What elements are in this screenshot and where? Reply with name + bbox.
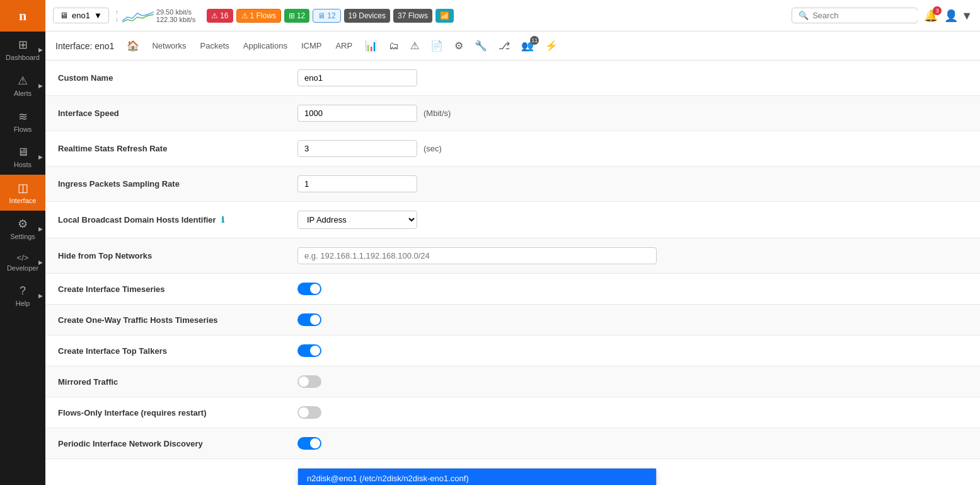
row-top-talkers: Create Interface Top Talkers: [45, 336, 980, 366]
value-flows-only: [285, 397, 980, 428]
chevron-icon: ▶: [38, 293, 43, 299]
label-custom-name: Custom Name: [45, 61, 285, 96]
label-broadcast-domain: Local Broadcast Domain Hosts Identifier …: [45, 202, 285, 238]
flows-only-toggle[interactable]: [297, 406, 321, 419]
nav-icmp-button[interactable]: ICMP: [295, 37, 328, 54]
search-input[interactable]: [812, 11, 918, 20]
chevron-icon: ▶: [38, 83, 43, 89]
interface-icon: ◫: [18, 181, 28, 195]
blue-badge[interactable]: 🖥 12: [313, 9, 340, 23]
sidebar-item-settings[interactable]: ⚙ Settings ▶: [0, 211, 45, 247]
interface-title: Interface: eno1: [55, 41, 114, 51]
value-mirrored-traffic: [285, 366, 980, 397]
traffic-values: 29.50 kbit/s 122.30 kbit/s: [156, 8, 195, 23]
nav-applications-button[interactable]: Applications: [237, 37, 294, 54]
notification-count: 3: [933, 6, 942, 15]
row-flows-only: Flows-Only Interface (requires restart): [45, 397, 980, 428]
flows-alert-badge[interactable]: ⚠ 1 Flows: [236, 9, 281, 23]
nav-alert-button[interactable]: ⚠: [405, 36, 424, 56]
sidebar-label-settings: Settings: [10, 233, 35, 240]
value-traffic-recording: n2disk@eno1 (/etc/n2disk/n2disk-eno1.con…: [285, 459, 980, 486]
teal-badge[interactable]: 📶: [435, 9, 454, 23]
nav-doc-button[interactable]: 📄: [425, 36, 448, 56]
row-broadcast-domain: Local Broadcast Domain Hosts Identifier …: [45, 202, 980, 238]
value-one-way-hosts: [285, 305, 980, 336]
row-realtime-refresh: Realtime Stats Refresh Rate (sec): [45, 131, 980, 167]
top-talkers-toggle[interactable]: [297, 344, 321, 357]
alert-badge[interactable]: ⚠ 16: [207, 9, 233, 23]
green-badge[interactable]: ⊞ 12: [284, 9, 309, 23]
value-hide-networks: [285, 238, 980, 274]
nav-branch-button[interactable]: ⎇: [493, 36, 515, 56]
sidebar-item-dashboard[interactable]: ⊞ Dashboard ▶: [0, 32, 45, 67]
label-hide-networks: Hide from Top Networks: [45, 238, 285, 274]
realtime-refresh-input[interactable]: [297, 140, 417, 157]
create-timeseries-toggle[interactable]: [297, 283, 321, 295]
one-way-hosts-toggle[interactable]: [297, 313, 321, 326]
label-mirrored-traffic: Mirrored Traffic: [45, 366, 285, 397]
speed-unit: (Mbit/s): [424, 108, 451, 118]
label-network-discovery: Periodic Interface Network Discovery: [45, 428, 285, 459]
nav-arp-button[interactable]: ARP: [329, 37, 359, 54]
custom-name-input[interactable]: [297, 69, 417, 86]
sidebar-item-hosts[interactable]: 🖥 Hosts ▶: [0, 139, 45, 175]
mirrored-traffic-toggle[interactable]: [297, 375, 321, 388]
search-box[interactable]: 🔍: [792, 8, 918, 23]
traffic-up: 29.50 kbit/s: [156, 8, 195, 16]
row-one-way-hosts: Create One-Way Traffic Hosts Timeseries: [45, 305, 980, 336]
flows-badge[interactable]: 37 Flows: [393, 9, 432, 23]
up-arrow: ↑: [115, 9, 118, 16]
sidebar-label-alerts: Alerts: [14, 90, 32, 97]
sidebar-item-interface[interactable]: ◫ Interface: [0, 175, 45, 211]
chevron-icon: ▶: [38, 226, 43, 232]
devices-badge[interactable]: 19 Devices: [344, 9, 390, 23]
label-create-timeseries: Create Interface Timeseries: [45, 274, 285, 305]
nav-layers-button[interactable]: 🗂: [384, 37, 404, 56]
topbar-right: 🔍 🔔 3 👤 ▼: [792, 8, 972, 23]
dropdown-option-n2disk[interactable]: n2disk@eno1 (/etc/n2disk/n2disk-eno1.con…: [298, 469, 656, 485]
nav-flash-button[interactable]: ⚡: [540, 36, 563, 56]
settings-content: Custom Name Interface Speed (Mbit/s): [45, 61, 980, 485]
flows-icon: ≋: [18, 110, 28, 124]
sidebar-item-alerts[interactable]: ⚠ Alerts ▶: [0, 67, 45, 103]
interface-nav: Interface: eno1 🏠 Networks Packets Appli…: [45, 32, 980, 61]
row-ingress-sampling: Ingress Packets Sampling Rate: [45, 167, 980, 202]
nav-users-button[interactable]: 👥 11: [516, 36, 539, 56]
hide-networks-input[interactable]: [297, 247, 657, 264]
developer-icon: </>: [17, 253, 29, 262]
value-top-talkers: [285, 336, 980, 366]
ingress-sampling-input[interactable]: [297, 175, 417, 192]
nav-gear-button[interactable]: ⚙: [449, 36, 468, 56]
label-traffic-recording: Traffic Recording Provider: [45, 459, 285, 486]
label-ingress-sampling: Ingress Packets Sampling Rate: [45, 167, 285, 202]
info-icon[interactable]: ℹ: [221, 215, 224, 225]
notification-button[interactable]: 🔔 3: [924, 9, 938, 23]
main-content: 🖥 eno1 ▼ ↑ ↓ 29.50 kbit/s 122.30 kbit/s …: [45, 0, 980, 485]
chevron-icon: ▶: [38, 154, 43, 160]
label-flows-only: Flows-Only Interface (requires restart): [45, 397, 285, 428]
chevron-icon: ▶: [38, 47, 43, 53]
network-discovery-toggle[interactable]: [297, 437, 321, 450]
nav-home-button[interactable]: 🏠: [122, 36, 144, 56]
user-menu-button[interactable]: 👤 ▼: [944, 9, 972, 23]
broadcast-domain-select[interactable]: IP Address MAC Address: [297, 211, 417, 229]
value-interface-speed: (Mbit/s): [285, 96, 980, 131]
interface-speed-input[interactable]: [297, 105, 417, 122]
app-logo[interactable]: n: [0, 0, 45, 32]
sidebar-item-flows[interactable]: ≋ Flows: [0, 103, 45, 139]
dropdown-arrow: ▼: [94, 11, 102, 20]
sidebar-item-developer[interactable]: </> Developer ▶: [0, 247, 45, 278]
nav-packets-button[interactable]: Packets: [194, 37, 236, 54]
value-create-timeseries: [285, 274, 980, 305]
value-realtime-refresh: (sec): [285, 131, 980, 167]
sidebar-label-developer: Developer: [7, 264, 38, 272]
sidebar-item-help[interactable]: ? Help ▶: [0, 278, 45, 313]
nav-networks-button[interactable]: Networks: [146, 37, 192, 54]
interface-selector[interactable]: 🖥 eno1 ▼: [53, 8, 109, 23]
logo-text: n: [19, 8, 26, 24]
nav-wrench-button[interactable]: 🔧: [470, 36, 492, 56]
label-interface-speed: Interface Speed: [45, 96, 285, 131]
nav-chart-button[interactable]: 📊: [360, 36, 383, 56]
recording-provider-dropdown[interactable]: n2disk@eno1 (/etc/n2disk/n2disk-eno1.con…: [297, 468, 657, 485]
help-icon: ?: [20, 284, 26, 298]
